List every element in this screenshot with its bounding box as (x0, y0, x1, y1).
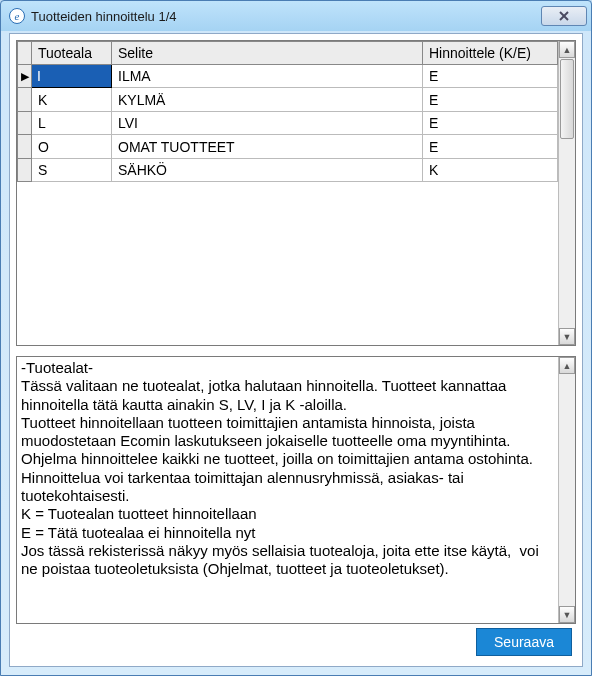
product-area-grid[interactable]: Tuoteala Selite Hinnoittele (K/E) ▶IILMA… (17, 41, 558, 345)
row-indicator (18, 88, 32, 111)
cell-price[interactable]: E (423, 135, 558, 158)
cell-code[interactable]: S (32, 158, 112, 181)
col-header-desc[interactable]: Selite (112, 42, 423, 65)
scroll-down-button[interactable]: ▼ (559, 606, 575, 623)
cell-code[interactable]: L (32, 111, 112, 134)
product-area-grid-wrap: Tuoteala Selite Hinnoittele (K/E) ▶IILMA… (16, 40, 576, 346)
table-row[interactable]: SSÄHKÖK (18, 158, 558, 181)
next-button[interactable]: Seuraava (476, 628, 572, 656)
scroll-down-button[interactable]: ▼ (559, 328, 575, 345)
row-indicator: ▶ (18, 65, 32, 88)
info-body: Tässä valitaan ne tuotealat, jotka halut… (21, 377, 543, 577)
cell-price[interactable]: E (423, 111, 558, 134)
info-text: -Tuotealat- Tässä valitaan ne tuotealat,… (17, 357, 558, 623)
titlebar[interactable]: e Tuotteiden hinnoittelu 1/4 (1, 1, 591, 31)
table-row[interactable]: ▶IILMAE (18, 65, 558, 88)
app-icon: e (9, 8, 25, 24)
row-indicator (18, 111, 32, 134)
cell-code[interactable]: K (32, 88, 112, 111)
dialog-window: e Tuotteiden hinnoittelu 1/4 Tuoteala Se… (0, 0, 592, 676)
cell-price[interactable]: E (423, 88, 558, 111)
window-title: Tuotteiden hinnoittelu 1/4 (31, 9, 541, 24)
table-row[interactable]: LLVIE (18, 111, 558, 134)
table-row[interactable]: OOMAT TUOTTEETE (18, 135, 558, 158)
next-button-label: Seuraava (494, 634, 554, 650)
col-header-price[interactable]: Hinnoittele (K/E) (423, 42, 558, 65)
info-heading: -Tuotealat- (21, 359, 93, 376)
cell-desc[interactable]: OMAT TUOTTEET (112, 135, 423, 158)
cell-desc[interactable]: SÄHKÖ (112, 158, 423, 181)
row-indicator (18, 158, 32, 181)
table-row[interactable]: KKYLMÄE (18, 88, 558, 111)
cell-code[interactable]: I (32, 65, 112, 88)
row-indicator (18, 135, 32, 158)
col-header-code[interactable]: Tuoteala (32, 42, 112, 65)
cell-desc[interactable]: KYLMÄ (112, 88, 423, 111)
grid-scrollbar[interactable]: ▲ ▼ (558, 41, 575, 345)
info-scrollbar[interactable]: ▲ ▼ (558, 357, 575, 623)
cell-price[interactable]: K (423, 158, 558, 181)
app-icon-letter: e (15, 10, 20, 22)
cell-desc[interactable]: ILMA (112, 65, 423, 88)
cell-price[interactable]: E (423, 65, 558, 88)
close-button[interactable] (541, 6, 587, 26)
info-panel: -Tuotealat- Tässä valitaan ne tuotealat,… (16, 356, 576, 624)
cell-desc[interactable]: LVI (112, 111, 423, 134)
client-area: Tuoteala Selite Hinnoittele (K/E) ▶IILMA… (9, 33, 583, 667)
row-indicator-header (18, 42, 32, 65)
scroll-thumb[interactable] (560, 59, 574, 139)
scroll-up-button[interactable]: ▲ (559, 41, 575, 58)
cell-code[interactable]: O (32, 135, 112, 158)
scroll-up-button[interactable]: ▲ (559, 357, 575, 374)
close-icon (559, 11, 569, 21)
